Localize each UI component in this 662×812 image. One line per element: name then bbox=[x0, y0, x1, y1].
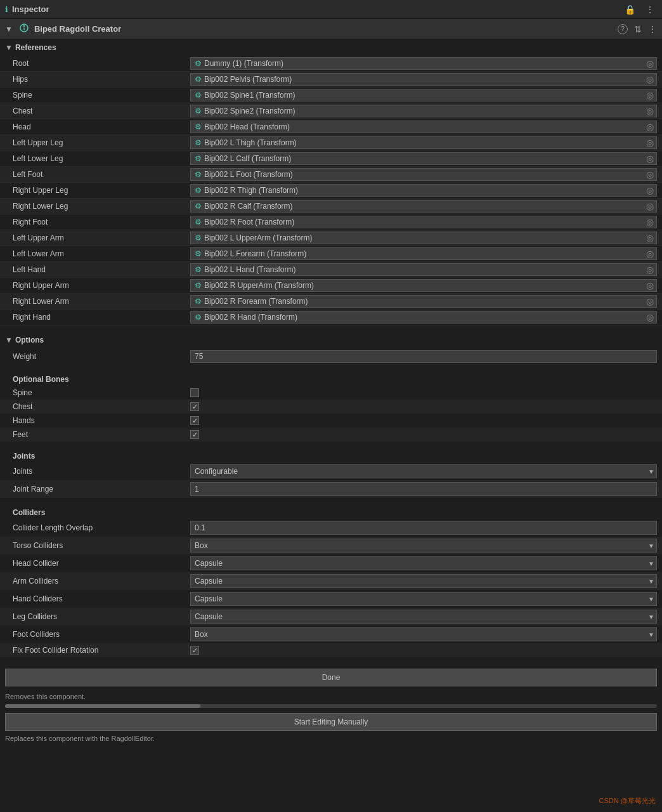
reference-row: Chest ⚙ Bip002 Spine2 (Transform) ◎ bbox=[0, 103, 662, 119]
field-value-text: Bip002 R UpperArm (Transform) bbox=[204, 281, 314, 290]
bone-label: Spine bbox=[13, 388, 190, 397]
transform-icon: ⚙ bbox=[195, 186, 202, 195]
checkbox-cell: ✓ bbox=[190, 430, 657, 439]
reference-row: Left Lower Arm ⚙ Bip002 L Forearm (Trans… bbox=[0, 246, 662, 262]
lock-icon[interactable]: 🔒 bbox=[622, 3, 638, 16]
collider-label: Fix Foot Collider Rotation bbox=[13, 646, 190, 655]
transform-icon: ⚙ bbox=[195, 59, 202, 68]
select-circle[interactable]: ◎ bbox=[646, 249, 654, 259]
replaces-text: Replaces this component with the Ragdoll… bbox=[0, 733, 662, 745]
collider-select[interactable]: CapsuleBox bbox=[190, 592, 657, 606]
select-circle[interactable]: ◎ bbox=[646, 201, 654, 211]
collider-label: Collider Length Overlap bbox=[13, 523, 190, 532]
reference-row: Right Upper Leg ⚙ Bip002 R Thigh (Transf… bbox=[0, 183, 662, 199]
references-arrow: ▼ bbox=[5, 43, 13, 52]
field-value: ⚙ Bip002 R Forearm (Transform) ◎ bbox=[190, 295, 657, 308]
select-circle[interactable]: ◎ bbox=[646, 265, 654, 275]
select-circle[interactable]: ◎ bbox=[646, 106, 654, 116]
main-content: ▼ References Root ⚙ Dummy (1) (Transform… bbox=[0, 39, 662, 745]
collider-select[interactable]: BoxCapsule bbox=[190, 539, 657, 553]
field-value: ⚙ Bip002 Head (Transform) ◎ bbox=[190, 121, 657, 133]
reference-row: Right Hand ⚙ Bip002 R Hand (Transform) ◎ bbox=[0, 310, 662, 325]
field-value-text: Bip002 R Thigh (Transform) bbox=[204, 186, 298, 195]
references-section-header[interactable]: ▼ References bbox=[0, 39, 662, 56]
inspector-header: ▼ Biped Ragdoll Creator ? ⇅ ⋮ bbox=[0, 19, 662, 39]
weight-input[interactable] bbox=[190, 350, 657, 363]
collider-select[interactable]: CapsuleBox bbox=[190, 574, 657, 588]
checkbox[interactable]: ✓ bbox=[190, 402, 199, 411]
menu-icon[interactable]: ⋮ bbox=[643, 3, 657, 16]
select-circle[interactable]: ◎ bbox=[646, 154, 654, 164]
collider-input[interactable] bbox=[190, 521, 657, 535]
optional-bone-row: Chest ✓ bbox=[0, 400, 662, 414]
dropdown-wrapper: ConfigurableCharacter JointHinge Joint ▼ bbox=[190, 464, 657, 478]
checkbox[interactable]: ✓ bbox=[190, 416, 199, 425]
select-circle[interactable]: ◎ bbox=[646, 58, 654, 69]
field-label: Right Lower Arm bbox=[13, 297, 190, 306]
field-value-text: Bip002 L Foot (Transform) bbox=[204, 170, 293, 179]
transform-icon: ⚙ bbox=[195, 202, 202, 211]
checkbox-cell: ✓ bbox=[190, 416, 657, 425]
field-value-text: Bip002 L Forearm (Transform) bbox=[204, 249, 306, 258]
joint-input[interactable] bbox=[190, 482, 657, 496]
dropdown-wrapper: CapsuleBox ▼ bbox=[190, 574, 657, 588]
checkbox[interactable] bbox=[190, 388, 199, 397]
select-circle[interactable]: ◎ bbox=[646, 122, 654, 132]
checkbox[interactable]: ✓ bbox=[190, 646, 199, 655]
collider-row: Collider Length Overlap bbox=[0, 519, 662, 537]
more-options-icon[interactable]: ⋮ bbox=[648, 24, 657, 34]
collider-select[interactable]: BoxCapsule bbox=[190, 627, 657, 641]
field-label: Root bbox=[13, 59, 190, 68]
svg-point-1 bbox=[23, 25, 25, 27]
dropdown-wrapper: BoxCapsule ▼ bbox=[190, 539, 657, 553]
progress-bar-row bbox=[0, 702, 662, 710]
field-value-text: Dummy (1) (Transform) bbox=[204, 59, 283, 68]
watermark: CSDN @草莓光光 bbox=[599, 796, 656, 806]
divider-3 bbox=[0, 442, 662, 448]
settings-icon[interactable]: ⇅ bbox=[634, 24, 642, 34]
collider-row: Leg Colliders CapsuleBox ▼ bbox=[0, 608, 662, 625]
divider-4 bbox=[0, 498, 662, 504]
field-value: ⚙ Bip002 L UpperArm (Transform) ◎ bbox=[190, 232, 657, 244]
field-value: ⚙ Bip002 Spine1 (Transform) ◎ bbox=[190, 89, 657, 102]
joints-fields: Joints ConfigurableCharacter JointHinge … bbox=[0, 462, 662, 498]
field-value: ⚙ Bip002 Spine2 (Transform) ◎ bbox=[190, 105, 657, 117]
inspector-header-icons: ? ⇅ ⋮ bbox=[618, 24, 657, 34]
reference-row: Left Lower Leg ⚙ Bip002 L Calf (Transfor… bbox=[0, 151, 662, 167]
dropdown-wrapper: CapsuleBox ▼ bbox=[190, 610, 657, 624]
reference-row: Left Foot ⚙ Bip002 L Foot (Transform) ◎ bbox=[0, 167, 662, 183]
reference-row: Hips ⚙ Bip002 Pelvis (Transform) ◎ bbox=[0, 72, 662, 88]
transform-icon: ⚙ bbox=[195, 107, 202, 115]
references-fields: Root ⚙ Dummy (1) (Transform) ◎ Hips ⚙ Bi… bbox=[0, 56, 662, 325]
field-value: ⚙ Bip002 R Thigh (Transform) ◎ bbox=[190, 184, 657, 197]
select-circle[interactable]: ◎ bbox=[646, 138, 654, 148]
done-button[interactable]: Done bbox=[5, 669, 657, 686]
collider-select[interactable]: CapsuleBox bbox=[190, 610, 657, 624]
collider-label: Leg Colliders bbox=[13, 612, 190, 621]
bone-label: Feet bbox=[13, 430, 190, 439]
options-section-header[interactable]: ▼ Options bbox=[0, 332, 662, 348]
joint-select[interactable]: ConfigurableCharacter JointHinge Joint bbox=[190, 464, 657, 478]
select-circle[interactable]: ◎ bbox=[646, 90, 654, 100]
select-circle[interactable]: ◎ bbox=[646, 312, 654, 322]
transform-icon: ⚙ bbox=[195, 233, 202, 242]
transform-icon: ⚙ bbox=[195, 170, 202, 179]
field-label: Right Hand bbox=[13, 313, 190, 322]
select-circle[interactable]: ◎ bbox=[646, 296, 654, 306]
removes-text: Removes this component. bbox=[0, 691, 662, 702]
field-label: Left Hand bbox=[13, 265, 190, 274]
select-circle[interactable]: ◎ bbox=[646, 233, 654, 243]
reference-row: Root ⚙ Dummy (1) (Transform) ◎ bbox=[0, 56, 662, 72]
start-editing-button[interactable]: Start Editing Manually bbox=[5, 713, 657, 731]
select-circle[interactable]: ◎ bbox=[646, 74, 654, 84]
collapse-arrow[interactable]: ▼ bbox=[5, 25, 13, 34]
select-circle[interactable]: ◎ bbox=[646, 217, 654, 227]
select-circle[interactable]: ◎ bbox=[646, 169, 654, 180]
checkbox[interactable]: ✓ bbox=[190, 430, 199, 439]
collider-select[interactable]: CapsuleBoxSphere bbox=[190, 556, 657, 570]
select-circle[interactable]: ◎ bbox=[646, 280, 654, 291]
reference-row: Head ⚙ Bip002 Head (Transform) ◎ bbox=[0, 119, 662, 135]
select-circle[interactable]: ◎ bbox=[646, 185, 654, 195]
divider-5 bbox=[0, 657, 662, 664]
help-icon[interactable]: ? bbox=[618, 24, 628, 34]
